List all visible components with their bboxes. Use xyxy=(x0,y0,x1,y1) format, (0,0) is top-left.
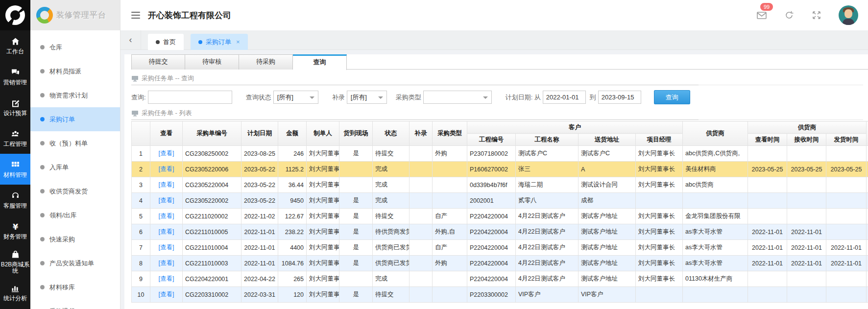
view-link[interactable]: [查看] xyxy=(159,260,174,266)
cell xyxy=(787,287,826,303)
sidebar-item-2[interactable]: 材料员指派 xyxy=(30,59,120,83)
nav-item-5[interactable]: 材料管理 xyxy=(0,154,30,185)
cell: 金龙羽集团股份有限 xyxy=(683,209,748,224)
sidebar-item-6[interactable]: 入库单 xyxy=(30,155,120,179)
cell: 246 xyxy=(278,146,307,162)
cell xyxy=(748,209,787,224)
col-supplier: 供货商 xyxy=(683,121,748,146)
cell: 美佳材料商 xyxy=(683,162,748,177)
subtab-4[interactable]: 查询 xyxy=(293,54,347,70)
view-link[interactable]: [查看] xyxy=(159,228,174,235)
sidebar-item-label: 材料移库 xyxy=(49,283,75,292)
table-row: 3[查看]CG23052200042023-05-2236.44刘大同董事长完成… xyxy=(132,177,868,193)
cell: 刘大同董事长 xyxy=(307,209,339,224)
table-row: 7[查看]CG22110100042022-11-014400刘大同董事长是供货… xyxy=(132,240,868,256)
sidebar-item-9[interactable]: 快速采购 xyxy=(30,227,120,251)
cell: 贰零八 xyxy=(516,193,579,209)
nav-item-9[interactable]: 统计分析 xyxy=(0,277,30,308)
window-tab-1[interactable]: 首页 xyxy=(148,34,184,50)
cell: CG2211020002 xyxy=(183,209,241,224)
trailing-cell xyxy=(867,256,868,271)
search-button[interactable]: 查询 xyxy=(654,90,690,104)
nav-item-7[interactable]: ¥财务管理 xyxy=(0,215,30,246)
fullscreen-icon[interactable] xyxy=(811,10,822,21)
subtab-3[interactable]: 待采购 xyxy=(239,54,293,70)
sidebar-item-8[interactable]: 领料/出库 xyxy=(30,203,120,227)
cell: 是 xyxy=(339,193,373,209)
sidebar-item-label: 采购退货 xyxy=(49,307,75,309)
view-cell: [查看] xyxy=(150,209,183,224)
cell: 自产 xyxy=(433,209,467,224)
status-select[interactable]: [所有] xyxy=(273,91,318,104)
date-to-input[interactable] xyxy=(598,91,641,104)
query-input[interactable] xyxy=(148,91,232,104)
chat-icon xyxy=(11,68,20,77)
sidebar-item-12[interactable]: 采购退货 xyxy=(30,299,120,309)
sidebar-item-7[interactable]: 收供货商发货 xyxy=(30,179,120,203)
view-link[interactable]: [查看] xyxy=(159,213,174,219)
nav-item-label: 客服管理 xyxy=(3,203,27,209)
nav-item-4[interactable]: 工程管理 xyxy=(0,123,30,154)
cell: 2022-11-01 xyxy=(241,224,278,240)
sidebar-item-5[interactable]: 收（预）料单 xyxy=(30,131,120,155)
primary-nav: 工作台营销管理设计预算工程管理材料管理客服管理¥财务管理B2B商城系统统计分析 xyxy=(0,0,30,309)
cell: CG2305220004 xyxy=(183,177,241,193)
col-purchase-type: 采购类型 xyxy=(433,121,467,146)
bullet-dot-icon xyxy=(40,45,45,49)
cell: 1084.76 xyxy=(278,256,307,271)
date-from-input[interactable] xyxy=(543,91,586,104)
nav-item-2[interactable]: 营销管理 xyxy=(0,61,30,92)
cell xyxy=(410,287,433,303)
cell: 待提交 xyxy=(373,209,410,224)
col-delivery-address: 送货地址 xyxy=(579,134,636,146)
table-row: 8[查看]CG22110100032022-11-011084.76刘大同董事长… xyxy=(132,256,868,271)
view-link[interactable]: [查看] xyxy=(159,181,174,188)
sidebar-item-4[interactable]: 采购订单 xyxy=(30,107,120,131)
sidebar-toggle-icon[interactable] xyxy=(131,12,140,19)
view-link[interactable]: [查看] xyxy=(159,244,174,251)
nav-item-label: 营销管理 xyxy=(3,79,27,86)
sidebar-item-3[interactable]: 物资需求计划 xyxy=(30,83,120,107)
cell xyxy=(339,177,373,193)
view-link[interactable]: [查看] xyxy=(159,150,174,157)
cell: CG2305220006 xyxy=(183,162,241,177)
mail-icon[interactable]: 99 xyxy=(756,10,767,21)
nav-item-6[interactable]: 客服管理 xyxy=(0,185,30,215)
sidebar-item-1[interactable]: 仓库 xyxy=(30,35,120,59)
cell: CG2211010003 xyxy=(183,256,241,271)
cell xyxy=(748,193,787,209)
cell: 测试客户地址 xyxy=(579,256,636,271)
sidebar-item-10[interactable]: 产品安装通知单 xyxy=(30,251,120,275)
tab-close-icon[interactable]: × xyxy=(236,38,240,46)
subtab-2[interactable]: 待审核 xyxy=(185,54,239,70)
view-link[interactable]: [查看] xyxy=(159,197,174,204)
nav-item-1[interactable]: 工作台 xyxy=(0,30,30,61)
bullet-dot-icon xyxy=(40,285,45,289)
avatar[interactable] xyxy=(839,5,858,25)
app-logo[interactable] xyxy=(0,0,30,30)
supplement-select[interactable]: [所有] xyxy=(347,91,387,104)
subtab-1[interactable]: 待提交 xyxy=(131,54,185,70)
trailing-cell xyxy=(867,271,868,287)
tab-scroll-left-button[interactable]: ‹ xyxy=(121,30,141,49)
view-link[interactable]: [查看] xyxy=(159,291,174,298)
cell xyxy=(826,193,867,209)
table-header: 查看 采购单编号 计划日期 金额 制单人 货到现场 状态 补录 采购类型 客户 … xyxy=(132,121,868,146)
nav-item-8[interactable]: B2B商城系统 xyxy=(0,246,30,277)
col-view: 查看 xyxy=(150,121,183,146)
nav-item-3[interactable]: 设计预算 xyxy=(0,92,30,123)
company-title: 开心装饰工程有限公司 xyxy=(148,10,231,21)
bullet-dot-icon xyxy=(40,141,45,145)
main-area: 开心装饰工程有限公司 99 ‹ 首页采购订单× 待提交待审核待采购查询 xyxy=(121,0,868,309)
type-select[interactable] xyxy=(423,91,492,104)
cell xyxy=(410,240,433,256)
view-cell: [查看] xyxy=(150,146,183,162)
view-link[interactable]: [查看] xyxy=(159,166,174,172)
refresh-icon[interactable] xyxy=(784,10,795,21)
trailing-cell xyxy=(867,240,868,256)
cell: 是 xyxy=(339,224,373,240)
cell: 刘大同董事长 xyxy=(307,271,339,287)
window-tab-2[interactable]: 采购订单× xyxy=(191,34,248,50)
sidebar-item-11[interactable]: 材料移库 xyxy=(30,275,120,299)
view-link[interactable]: [查看] xyxy=(159,275,174,282)
